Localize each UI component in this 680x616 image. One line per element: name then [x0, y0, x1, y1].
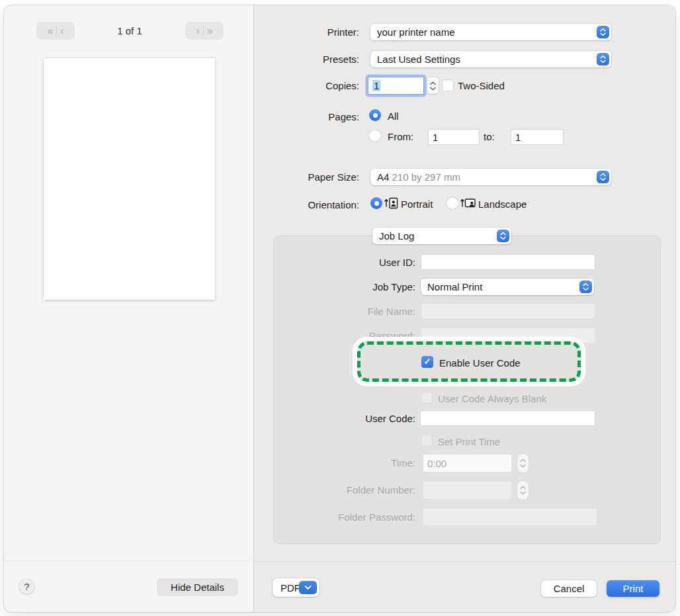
help-button[interactable]: ?: [19, 579, 34, 594]
enable-user-code-label: Enable User Code: [439, 357, 521, 369]
pages-to-input[interactable]: [511, 129, 564, 145]
paper-size-label: Paper Size:: [254, 171, 359, 183]
pages-label: Pages:: [254, 111, 359, 123]
paper-size-select[interactable]: A4 210 by 297 mm: [370, 169, 611, 185]
copies-input[interactable]: 1: [368, 77, 424, 95]
orientation-landscape-radio[interactable]: [446, 197, 458, 209]
user-code-always-blank-label: User Code Always Blank: [438, 393, 546, 405]
orientation-label: Orientation:: [254, 199, 359, 211]
user-code-label: User Code:: [273, 413, 415, 425]
first-prev-page-button[interactable]: « ‹: [36, 22, 75, 40]
popup-stepper-icon: [497, 230, 509, 242]
set-print-time-checkbox: [421, 435, 432, 446]
help-icon: ?: [24, 582, 30, 592]
job-type-value: Normal Print: [421, 281, 482, 292]
first-page-icon: «: [47, 25, 53, 37]
presets-value: Last Used Settings: [370, 54, 460, 65]
orientation-landscape-label: Landscape: [478, 198, 527, 210]
time-input: [423, 454, 512, 472]
job-type-select[interactable]: Normal Print: [421, 279, 594, 295]
pages-range-radio[interactable]: [369, 130, 381, 142]
next-page-icon: ›: [196, 25, 199, 37]
orientation-portrait-radio[interactable]: [370, 197, 382, 209]
last-page-icon: »: [207, 25, 213, 37]
pages-from-input[interactable]: [428, 129, 480, 145]
two-sided-checkbox[interactable]: [443, 80, 453, 91]
pdf-menu-button[interactable]: PDF: [273, 578, 319, 597]
copies-stepper[interactable]: [427, 77, 439, 94]
popup-stepper-icon: [597, 53, 609, 66]
popup-stepper-icon: [597, 26, 609, 38]
pane-section-select[interactable]: Job Log: [372, 228, 511, 244]
chevron-down-icon: [299, 581, 317, 594]
paper-size-value: A4: [377, 171, 389, 183]
job-type-label: Job Type:: [273, 281, 415, 293]
page-indicator: 1 of 1: [87, 25, 173, 36]
folder-number-stepper: [517, 481, 529, 500]
folder-password-input: [423, 508, 597, 526]
folder-number-input: [423, 481, 512, 500]
folder-number-label: Folder Number:: [273, 484, 415, 496]
pager-divider: [56, 26, 57, 35]
paper-size-dimensions: 210 by 297 mm: [389, 171, 460, 183]
popup-stepper-icon: [597, 171, 609, 183]
user-code-always-blank-checkbox: [421, 392, 432, 403]
pages-all-radio[interactable]: [369, 109, 381, 121]
hide-details-button[interactable]: Hide Details: [157, 578, 238, 596]
printer-value: your printer name: [370, 26, 455, 38]
orientation-portrait-label: Portrait: [401, 198, 433, 210]
time-stepper: [517, 454, 529, 472]
footer-divider-right: [254, 561, 675, 562]
user-id-label: User ID:: [273, 257, 415, 269]
folder-password-label: Folder Password:: [273, 511, 415, 523]
copies-label: Copies:: [254, 80, 359, 92]
enable-user-code-checkbox[interactable]: ✓: [421, 356, 433, 368]
user-id-input[interactable]: [421, 254, 595, 270]
footer-divider-left: [4, 560, 250, 561]
landscape-icon: [460, 196, 476, 212]
pane-section-value: Job Log: [372, 230, 414, 242]
pages-all-label: All: [388, 110, 399, 122]
print-button[interactable]: Print: [607, 580, 659, 597]
checkmark-icon: ✓: [424, 357, 431, 367]
printer-label: Printer:: [254, 26, 359, 38]
printer-select[interactable]: your printer name: [370, 24, 611, 40]
pages-from-label: From:: [388, 131, 413, 143]
file-name-input: [421, 303, 595, 319]
file-name-label: File Name:: [273, 306, 415, 318]
time-label: Time:: [273, 457, 415, 469]
presets-select[interactable]: Last Used Settings: [370, 51, 611, 67]
pages-to-label: to:: [484, 131, 495, 143]
two-sided-label: Two-Sided: [458, 80, 505, 92]
set-print-time-label: Set Print Time: [438, 436, 500, 448]
cancel-button[interactable]: Cancel: [541, 580, 597, 597]
next-last-page-button[interactable]: › »: [185, 22, 224, 40]
pdf-label: PDF: [273, 582, 300, 594]
presets-label: Presets:: [254, 54, 359, 66]
prev-page-icon: ‹: [60, 25, 64, 37]
pager-divider: [203, 26, 204, 35]
user-code-input[interactable]: [420, 410, 595, 426]
popup-stepper-icon: [579, 281, 592, 293]
page-preview: [44, 58, 215, 300]
portrait-icon: [384, 196, 398, 212]
copies-value: 1: [372, 80, 380, 91]
